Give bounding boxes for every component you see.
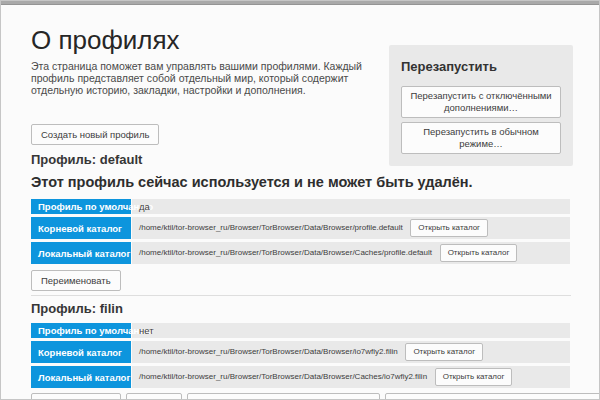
page-description: Эта страница поможет вам управлять вашим…: [31, 60, 387, 96]
default-profile-label: Профиль по умолчанию: [31, 199, 131, 214]
local-directory-cell: /home/ktil/tor-browser_ru/Browser/TorBro…: [132, 242, 570, 264]
local-directory-path: /home/ktil/tor-browser_ru/Browser/TorBro…: [139, 248, 432, 257]
profile-in-use-notice: Этот профиль сейчас используется и не мо…: [31, 174, 571, 191]
default-profile-value: нет: [132, 323, 570, 338]
root-directory-path: /home/ktil/tor-browser_ru/Browser/TorBro…: [139, 223, 403, 232]
open-directory-button[interactable]: Открыть каталог: [410, 219, 488, 237]
root-directory-path: /home/ktil/tor-browser_ru/Browser/TorBro…: [139, 347, 398, 356]
restart-panel: Перезапустить Перезапустить с отключённы…: [389, 45, 573, 166]
local-directory-path: /home/ktil/tor-browser_ru/Browser/TorBro…: [139, 372, 427, 381]
root-directory-label: Корневой каталог: [31, 217, 131, 239]
rename-profile-button[interactable]: Переименовать: [31, 270, 121, 291]
rename-profile-button[interactable]: Переименовать: [31, 393, 121, 400]
table-row: Профиль по умолчанию нет: [31, 323, 570, 338]
launch-profile-button[interactable]: Запустить ещё один браузер с этим профил…: [385, 393, 600, 400]
table-row: Корневой каталог /home/ktil/tor-browser_…: [31, 341, 570, 363]
set-default-profile-button[interactable]: Установить как профиль по умолчанию: [187, 393, 380, 400]
root-directory-cell: /home/ktil/tor-browser_ru/Browser/TorBro…: [132, 341, 570, 363]
create-new-profile-button[interactable]: Создать новый профиль: [31, 124, 159, 145]
table-row: Локальный каталог /home/ktil/tor-browser…: [31, 366, 570, 388]
profile-default-table: Профиль по умолчанию да Корневой каталог…: [30, 196, 571, 267]
open-directory-button[interactable]: Открыть каталог: [435, 368, 513, 386]
local-directory-cell: /home/ktil/tor-browser_ru/Browser/TorBro…: [132, 366, 570, 388]
table-row: Профиль по умолчанию да: [31, 199, 570, 214]
open-directory-button[interactable]: Открыть каталог: [405, 343, 483, 361]
about-profiles-page: Перезапустить Перезапустить с отключённы…: [0, 0, 600, 400]
restart-addons-disabled-button[interactable]: Перезапустить с отключёнными дополнениям…: [401, 86, 561, 118]
local-directory-label: Локальный каталог: [31, 242, 131, 264]
root-directory-label: Корневой каталог: [31, 341, 131, 363]
default-profile-value: да: [132, 199, 570, 214]
remove-profile-button[interactable]: Удалить: [126, 393, 182, 400]
root-directory-cell: /home/ktil/tor-browser_ru/Browser/TorBro…: [132, 217, 570, 239]
default-profile-label: Профиль по умолчанию: [31, 323, 131, 338]
profile-filin-table: Профиль по умолчанию нет Корневой катало…: [30, 320, 571, 391]
restart-normal-mode-button[interactable]: Перезапустить в обычном режиме…: [401, 122, 561, 154]
profile-divider: [31, 295, 571, 296]
table-row: Корневой каталог /home/ktil/tor-browser_…: [31, 217, 570, 239]
local-directory-label: Локальный каталог: [31, 366, 131, 388]
table-row: Локальный каталог /home/ktil/tor-browser…: [31, 242, 570, 264]
profile-actions-row: Переименовать Удалить Установить как про…: [31, 393, 571, 400]
window-top-edge: [1, 1, 599, 5]
open-directory-button[interactable]: Открыть каталог: [440, 244, 518, 262]
restart-panel-heading: Перезапустить: [401, 59, 561, 74]
profile-filin-heading: Профиль: filin: [31, 302, 571, 316]
